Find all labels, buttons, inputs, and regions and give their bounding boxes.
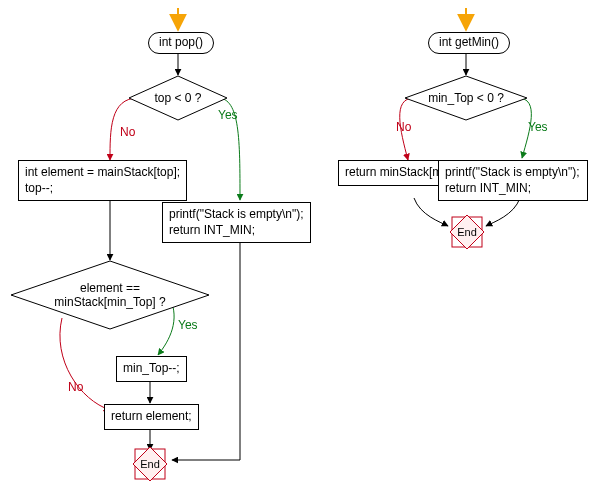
start-label: int pop() [159, 35, 203, 49]
terminal-pop-start: int pop() [148, 32, 214, 54]
edge-label-yes: Yes [178, 318, 198, 332]
decision-label-line2: minStack[min_Top] ? [54, 295, 165, 309]
end-label: End [457, 226, 477, 238]
process-return-element: return element; [104, 404, 199, 430]
text-line: printf("Stack is empty\n"); [445, 165, 580, 179]
edge-label-yes: Yes [218, 108, 238, 122]
terminal-getmin-start: int getMin() [428, 32, 510, 54]
text-line: printf("Stack is empty\n"); [169, 207, 304, 221]
decision-label: top < 0 ? [154, 91, 201, 105]
text-line: return INT_MIN; [169, 223, 255, 237]
end-label: End [140, 458, 160, 470]
start-label: int getMin() [439, 35, 499, 49]
flowchart-canvas: int pop() top < 0 ? Yes No int element =… [0, 0, 592, 502]
text-line: return element; [111, 409, 192, 423]
text-line: top--; [25, 181, 53, 195]
process-empty-pop: printf("Stack is empty\n"); return INT_M… [162, 202, 311, 243]
decision-top-lt-0: top < 0 ? [128, 75, 228, 121]
decision-min-top-lt-0: min_Top < 0 ? [404, 75, 528, 121]
text-line: return INT_MIN; [445, 181, 531, 195]
edge-label-no: No [120, 125, 135, 139]
decision-label-line1: element == [80, 281, 140, 295]
text-line: int element = mainStack[top]; [25, 165, 180, 179]
end-getmin: End [447, 212, 487, 252]
process-elem: int element = mainStack[top]; top--; [18, 160, 187, 201]
end-pop: End [130, 444, 170, 484]
process-empty-getmin: printf("Stack is empty\n"); return INT_M… [438, 160, 588, 201]
edge-label-no: No [68, 380, 83, 394]
process-min-top-dec: min_Top--; [116, 356, 187, 382]
edge-label-yes: Yes [528, 120, 548, 134]
edge-label-no: No [396, 120, 411, 134]
text-line: min_Top--; [123, 361, 180, 375]
decision-label: min_Top < 0 ? [428, 91, 504, 105]
